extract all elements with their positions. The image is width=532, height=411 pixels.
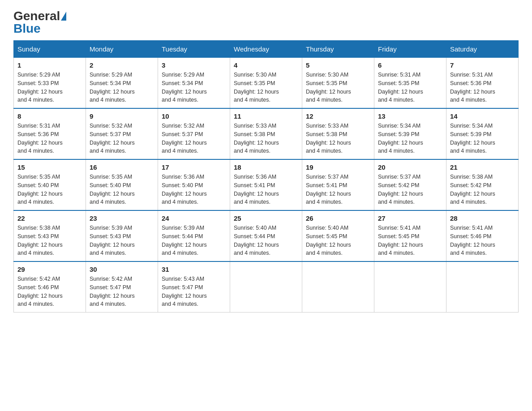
day-number: 31	[162, 265, 226, 273]
day-number: 9	[90, 112, 154, 120]
calendar-cell: 23Sunrise: 5:39 AMSunset: 5:43 PMDayligh…	[86, 210, 158, 261]
day-number: 8	[17, 112, 82, 120]
calendar-week-row: 29Sunrise: 5:42 AMSunset: 5:46 PMDayligh…	[14, 261, 519, 313]
day-info: Sunrise: 5:32 AMSunset: 5:37 PMDaylight:…	[162, 122, 226, 155]
calendar-cell: 20Sunrise: 5:37 AMSunset: 5:42 PMDayligh…	[374, 159, 446, 210]
day-info: Sunrise: 5:31 AMSunset: 5:35 PMDaylight:…	[378, 71, 442, 104]
logo-blue-text: Blue	[13, 21, 41, 36]
day-info: Sunrise: 5:38 AMSunset: 5:42 PMDaylight:…	[450, 173, 515, 206]
day-number: 22	[17, 214, 82, 222]
calendar-cell: 4Sunrise: 5:30 AMSunset: 5:35 PMDaylight…	[230, 58, 302, 109]
calendar-cell	[230, 261, 302, 313]
weekday-header-sunday: Sunday	[14, 41, 86, 58]
calendar-cell: 26Sunrise: 5:40 AMSunset: 5:45 PMDayligh…	[302, 210, 374, 261]
day-info: Sunrise: 5:35 AMSunset: 5:40 PMDaylight:…	[90, 173, 154, 206]
calendar-cell: 16Sunrise: 5:35 AMSunset: 5:40 PMDayligh…	[86, 159, 158, 210]
calendar-cell: 14Sunrise: 5:34 AMSunset: 5:39 PMDayligh…	[446, 108, 519, 159]
calendar-cell: 13Sunrise: 5:34 AMSunset: 5:39 PMDayligh…	[374, 108, 446, 159]
logo-triangle-icon	[61, 12, 66, 21]
calendar-cell: 18Sunrise: 5:36 AMSunset: 5:41 PMDayligh…	[230, 159, 302, 210]
calendar-cell: 25Sunrise: 5:40 AMSunset: 5:44 PMDayligh…	[230, 210, 302, 261]
day-number: 29	[17, 265, 82, 273]
calendar-cell: 7Sunrise: 5:31 AMSunset: 5:36 PMDaylight…	[446, 58, 519, 109]
day-info: Sunrise: 5:29 AMSunset: 5:34 PMDaylight:…	[162, 71, 226, 104]
day-number: 14	[450, 112, 515, 120]
day-number: 21	[450, 163, 515, 171]
day-number: 18	[234, 163, 298, 171]
day-info: Sunrise: 5:33 AMSunset: 5:38 PMDaylight:…	[306, 122, 370, 155]
day-info: Sunrise: 5:39 AMSunset: 5:44 PMDaylight:…	[162, 224, 226, 257]
day-number: 13	[378, 112, 442, 120]
weekday-header-saturday: Saturday	[446, 41, 519, 58]
day-info: Sunrise: 5:35 AMSunset: 5:40 PMDaylight:…	[17, 173, 82, 206]
calendar-table: SundayMondayTuesdayWednesdayThursdayFrid…	[13, 40, 519, 313]
day-info: Sunrise: 5:30 AMSunset: 5:35 PMDaylight:…	[306, 71, 370, 104]
day-number: 17	[162, 163, 226, 171]
calendar-cell	[374, 261, 446, 313]
day-number: 6	[378, 61, 442, 69]
calendar-cell: 9Sunrise: 5:32 AMSunset: 5:37 PMDaylight…	[86, 108, 158, 159]
day-info: Sunrise: 5:29 AMSunset: 5:33 PMDaylight:…	[17, 71, 82, 104]
day-number: 1	[17, 61, 82, 69]
day-info: Sunrise: 5:32 AMSunset: 5:37 PMDaylight:…	[90, 122, 154, 155]
day-number: 7	[450, 61, 515, 69]
calendar-cell: 8Sunrise: 5:31 AMSunset: 5:36 PMDaylight…	[14, 108, 86, 159]
calendar-cell: 22Sunrise: 5:38 AMSunset: 5:43 PMDayligh…	[14, 210, 86, 261]
day-number: 24	[162, 214, 226, 222]
day-info: Sunrise: 5:29 AMSunset: 5:34 PMDaylight:…	[90, 71, 154, 104]
calendar-week-row: 15Sunrise: 5:35 AMSunset: 5:40 PMDayligh…	[14, 159, 519, 210]
weekday-header-thursday: Thursday	[302, 41, 374, 58]
day-number: 5	[306, 61, 370, 69]
calendar-cell	[302, 261, 374, 313]
weekday-header-friday: Friday	[374, 41, 446, 58]
weekday-header-tuesday: Tuesday	[158, 41, 230, 58]
day-info: Sunrise: 5:40 AMSunset: 5:44 PMDaylight:…	[234, 224, 298, 257]
calendar-cell: 17Sunrise: 5:36 AMSunset: 5:40 PMDayligh…	[158, 159, 230, 210]
day-info: Sunrise: 5:36 AMSunset: 5:41 PMDaylight:…	[234, 173, 298, 206]
day-info: Sunrise: 5:34 AMSunset: 5:39 PMDaylight:…	[450, 122, 515, 155]
day-number: 26	[306, 214, 370, 222]
calendar-cell: 5Sunrise: 5:30 AMSunset: 5:35 PMDaylight…	[302, 58, 374, 109]
calendar-cell: 15Sunrise: 5:35 AMSunset: 5:40 PMDayligh…	[14, 159, 86, 210]
weekday-header-monday: Monday	[86, 41, 158, 58]
calendar-cell: 31Sunrise: 5:43 AMSunset: 5:47 PMDayligh…	[158, 261, 230, 313]
day-number: 4	[234, 61, 298, 69]
day-number: 3	[162, 61, 226, 69]
day-number: 25	[234, 214, 298, 222]
calendar-cell: 10Sunrise: 5:32 AMSunset: 5:37 PMDayligh…	[158, 108, 230, 159]
day-info: Sunrise: 5:37 AMSunset: 5:41 PMDaylight:…	[306, 173, 370, 206]
day-info: Sunrise: 5:36 AMSunset: 5:40 PMDaylight:…	[162, 173, 226, 206]
day-info: Sunrise: 5:34 AMSunset: 5:39 PMDaylight:…	[378, 122, 442, 155]
weekday-header-wednesday: Wednesday	[230, 41, 302, 58]
logo: General Blue	[13, 9, 67, 36]
day-number: 28	[450, 214, 515, 222]
calendar-cell: 30Sunrise: 5:42 AMSunset: 5:47 PMDayligh…	[86, 261, 158, 313]
day-info: Sunrise: 5:33 AMSunset: 5:38 PMDaylight:…	[234, 122, 298, 155]
calendar-cell: 11Sunrise: 5:33 AMSunset: 5:38 PMDayligh…	[230, 108, 302, 159]
day-info: Sunrise: 5:30 AMSunset: 5:35 PMDaylight:…	[234, 71, 298, 104]
calendar-cell: 3Sunrise: 5:29 AMSunset: 5:34 PMDaylight…	[158, 58, 230, 109]
calendar-cell	[446, 261, 519, 313]
calendar-week-row: 1Sunrise: 5:29 AMSunset: 5:33 PMDaylight…	[14, 58, 519, 109]
page-header: General Blue	[13, 9, 519, 36]
day-number: 11	[234, 112, 298, 120]
day-number: 27	[378, 214, 442, 222]
calendar-cell: 12Sunrise: 5:33 AMSunset: 5:38 PMDayligh…	[302, 108, 374, 159]
day-info: Sunrise: 5:42 AMSunset: 5:46 PMDaylight:…	[17, 275, 82, 308]
day-info: Sunrise: 5:31 AMSunset: 5:36 PMDaylight:…	[17, 122, 82, 155]
day-info: Sunrise: 5:42 AMSunset: 5:47 PMDaylight:…	[90, 275, 154, 308]
calendar-cell: 6Sunrise: 5:31 AMSunset: 5:35 PMDaylight…	[374, 58, 446, 109]
calendar-week-row: 8Sunrise: 5:31 AMSunset: 5:36 PMDaylight…	[14, 108, 519, 159]
calendar-cell: 29Sunrise: 5:42 AMSunset: 5:46 PMDayligh…	[14, 261, 86, 313]
day-info: Sunrise: 5:40 AMSunset: 5:45 PMDaylight:…	[306, 224, 370, 257]
day-info: Sunrise: 5:31 AMSunset: 5:36 PMDaylight:…	[450, 71, 515, 104]
day-info: Sunrise: 5:41 AMSunset: 5:45 PMDaylight:…	[378, 224, 442, 257]
weekday-header-row: SundayMondayTuesdayWednesdayThursdayFrid…	[14, 41, 519, 58]
day-number: 16	[90, 163, 154, 171]
day-number: 2	[90, 61, 154, 69]
day-number: 19	[306, 163, 370, 171]
day-info: Sunrise: 5:39 AMSunset: 5:43 PMDaylight:…	[90, 224, 154, 257]
calendar-cell: 24Sunrise: 5:39 AMSunset: 5:44 PMDayligh…	[158, 210, 230, 261]
day-number: 30	[90, 265, 154, 273]
day-number: 23	[90, 214, 154, 222]
